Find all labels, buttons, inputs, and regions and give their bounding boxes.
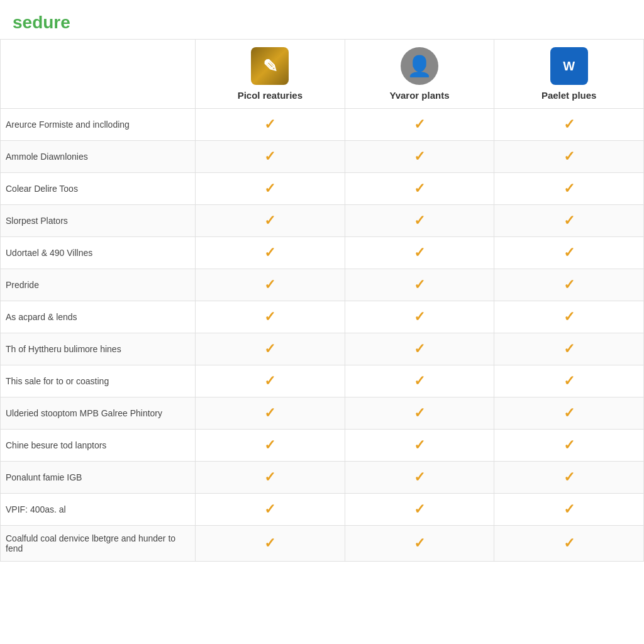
checkmark-icon: ✓ bbox=[564, 180, 575, 196]
checkmark-icon: ✓ bbox=[414, 277, 425, 292]
check-cell-2: ✓ bbox=[345, 173, 494, 205]
feature-label: Areurce Formiste and inclloding bbox=[1, 109, 196, 141]
check-cell-3: ✓ bbox=[494, 205, 644, 237]
table-row: Ulderied stooptom MPB Galree Phintory✓✓✓ bbox=[1, 397, 644, 430]
table-row: Th of Hyttheru bulimore hines✓✓✓ bbox=[1, 333, 644, 365]
checkmark-icon: ✓ bbox=[564, 148, 575, 164]
checkmark-icon: ✓ bbox=[264, 469, 275, 485]
checkmark-icon: ✓ bbox=[564, 501, 575, 517]
check-cell-1: ✓ bbox=[196, 269, 345, 301]
check-cell-2: ✓ bbox=[345, 494, 494, 526]
checkmark-icon: ✓ bbox=[564, 469, 575, 485]
check-cell-3: ✓ bbox=[494, 397, 644, 430]
check-cell-2: ✓ bbox=[345, 269, 494, 301]
check-cell-3: ✓ bbox=[494, 333, 644, 365]
table-row: Chine besure tod lanptors✓✓✓ bbox=[1, 430, 644, 462]
check-cell-1: ✓ bbox=[196, 237, 345, 269]
checkmark-icon: ✓ bbox=[414, 148, 425, 164]
checkmark-icon: ✓ bbox=[414, 116, 425, 132]
checkmark-icon: ✓ bbox=[264, 309, 275, 325]
feature-label: Colear Delire Toos bbox=[1, 173, 196, 205]
checkmark-icon: ✓ bbox=[564, 213, 575, 228]
check-cell-1: ✓ bbox=[196, 301, 345, 333]
checkmark-icon: ✓ bbox=[414, 245, 425, 260]
checkmark-icon: ✓ bbox=[414, 341, 425, 357]
col3-icon: W bbox=[550, 47, 588, 85]
table-row: As acpard & lends✓✓✓ bbox=[1, 301, 644, 333]
col1-label: Picol reaturies bbox=[238, 90, 303, 101]
check-cell-2: ✓ bbox=[345, 430, 494, 462]
feature-column-header bbox=[1, 40, 196, 109]
check-cell-1: ✓ bbox=[196, 462, 345, 494]
check-cell-3: ✓ bbox=[494, 269, 644, 301]
checkmark-icon: ✓ bbox=[264, 277, 275, 292]
checkmark-icon: ✓ bbox=[264, 213, 275, 228]
column-header-1: ✎ Picol reaturies bbox=[196, 40, 345, 109]
feature-label: Ammole Diawnlonies bbox=[1, 141, 196, 173]
check-cell-1: ✓ bbox=[196, 526, 345, 562]
checkmark-icon: ✓ bbox=[264, 501, 275, 517]
col3-icon-symbol: W bbox=[563, 59, 575, 74]
check-cell-2: ✓ bbox=[345, 237, 494, 269]
feature-label: Slorpest Plators bbox=[1, 205, 196, 237]
checkmark-icon: ✓ bbox=[414, 405, 425, 421]
table-row: Ammole Diawnlonies✓✓✓ bbox=[1, 141, 644, 173]
table-row: Predride✓✓✓ bbox=[1, 269, 644, 301]
check-cell-1: ✓ bbox=[196, 397, 345, 430]
check-cell-2: ✓ bbox=[345, 205, 494, 237]
check-cell-2: ✓ bbox=[345, 365, 494, 397]
feature-label: Ulderied stooptom MPB Galree Phintory bbox=[1, 397, 196, 430]
comparison-table: ✎ Picol reaturies 👤 Yvaror plants W Pael… bbox=[0, 39, 644, 562]
check-cell-1: ✓ bbox=[196, 365, 345, 397]
checkmark-icon: ✓ bbox=[264, 148, 275, 164]
col2-label: Yvaror plants bbox=[389, 90, 449, 101]
table-row: Areurce Formiste and inclloding✓✓✓ bbox=[1, 109, 644, 141]
feature-label: Chine besure tod lanptors bbox=[1, 430, 196, 462]
checkmark-icon: ✓ bbox=[564, 309, 575, 325]
table-row: Colear Delire Toos✓✓✓ bbox=[1, 173, 644, 205]
col1-icon: ✎ bbox=[251, 47, 289, 85]
check-cell-1: ✓ bbox=[196, 141, 345, 173]
checkmark-icon: ✓ bbox=[264, 535, 275, 551]
check-cell-3: ✓ bbox=[494, 141, 644, 173]
table-row: VPIF: 400as. al✓✓✓ bbox=[1, 494, 644, 526]
check-cell-3: ✓ bbox=[494, 109, 644, 141]
check-cell-2: ✓ bbox=[345, 109, 494, 141]
check-cell-3: ✓ bbox=[494, 494, 644, 526]
checkmark-icon: ✓ bbox=[564, 535, 575, 551]
check-cell-1: ✓ bbox=[196, 494, 345, 526]
table-row: Ponalunt famie IGB✓✓✓ bbox=[1, 462, 644, 494]
checkmark-icon: ✓ bbox=[264, 341, 275, 357]
column-header-3: W Paelet plues bbox=[494, 40, 644, 109]
check-cell-2: ✓ bbox=[345, 462, 494, 494]
feature-label: Ponalunt famie IGB bbox=[1, 462, 196, 494]
check-cell-1: ✓ bbox=[196, 430, 345, 462]
table-row: Coalfuld coal denvice lbetgre and hunder… bbox=[1, 526, 644, 562]
check-cell-3: ✓ bbox=[494, 365, 644, 397]
col1-icon-symbol: ✎ bbox=[263, 56, 277, 77]
check-cell-2: ✓ bbox=[345, 397, 494, 430]
col2-icon-symbol: 👤 bbox=[407, 54, 432, 78]
check-cell-3: ✓ bbox=[494, 237, 644, 269]
check-cell-1: ✓ bbox=[196, 205, 345, 237]
check-cell-3: ✓ bbox=[494, 430, 644, 462]
col2-icon: 👤 bbox=[401, 47, 438, 85]
feature-label: Coalfuld coal denvice lbetgre and hunder… bbox=[1, 526, 196, 562]
check-cell-3: ✓ bbox=[494, 462, 644, 494]
check-cell-2: ✓ bbox=[345, 141, 494, 173]
feature-label: This sale for to or coasting bbox=[1, 365, 196, 397]
checkmark-icon: ✓ bbox=[414, 437, 425, 453]
check-cell-3: ✓ bbox=[494, 301, 644, 333]
feature-label: VPIF: 400as. al bbox=[1, 494, 196, 526]
checkmark-icon: ✓ bbox=[564, 116, 575, 132]
check-cell-2: ✓ bbox=[345, 301, 494, 333]
check-cell-1: ✓ bbox=[196, 173, 345, 205]
checkmark-icon: ✓ bbox=[414, 309, 425, 325]
table-row: This sale for to or coasting✓✓✓ bbox=[1, 365, 644, 397]
check-cell-2: ✓ bbox=[345, 333, 494, 365]
checkmark-icon: ✓ bbox=[564, 437, 575, 453]
column-header-2: 👤 Yvaror plants bbox=[345, 40, 494, 109]
checkmark-icon: ✓ bbox=[414, 535, 425, 551]
feature-label: Udortael & 490 Villnes bbox=[1, 237, 196, 269]
checkmark-icon: ✓ bbox=[264, 116, 275, 132]
